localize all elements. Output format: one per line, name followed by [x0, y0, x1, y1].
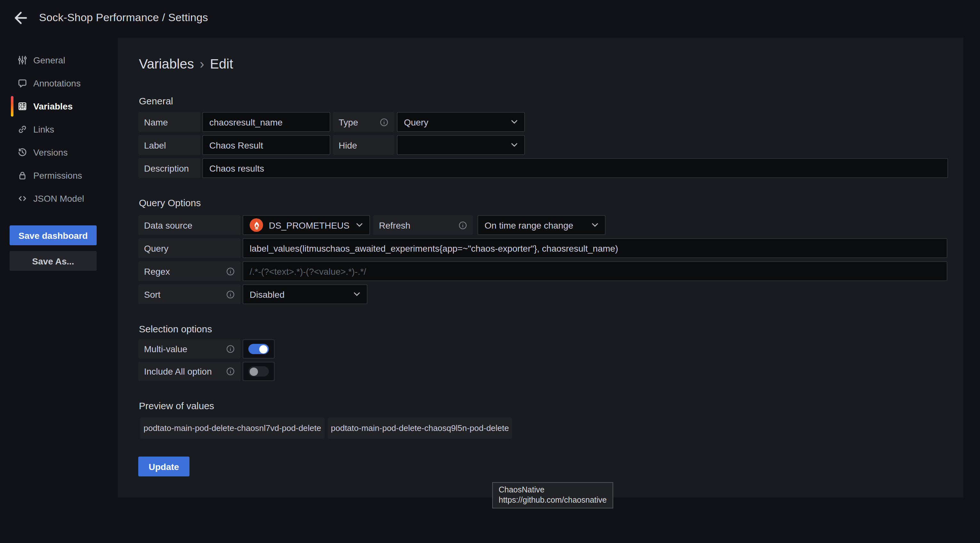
- regex-row: Regex: [138, 261, 947, 281]
- save-as-button[interactable]: Save As...: [10, 251, 97, 271]
- update-button[interactable]: Update: [138, 457, 189, 476]
- query-field-label: Query: [138, 238, 241, 258]
- include-all-row: Include All option: [138, 362, 275, 381]
- name-field-label: Name: [138, 112, 200, 132]
- multi-value-toggle[interactable]: [243, 339, 275, 358]
- link-icon: [17, 124, 27, 134]
- description-input[interactable]: [202, 158, 948, 178]
- sidebar-item-versions[interactable]: Versions: [0, 141, 118, 164]
- sidebar-item-label: General: [33, 55, 65, 65]
- toggle-pill: [248, 344, 269, 354]
- breadcrumb-separator: ›: [200, 56, 204, 71]
- toggle-knob: [259, 345, 267, 353]
- type-select[interactable]: Query: [397, 112, 525, 132]
- sidebar-item-json-model[interactable]: JSON Model: [0, 187, 118, 210]
- preview-value-chip: podtato-main-pod-delete-chaosq9l5n-pod-d…: [328, 417, 512, 439]
- label-input[interactable]: [202, 135, 330, 155]
- sidebar-item-label: JSON Model: [33, 193, 84, 204]
- top-navbar: Sock-Shop Performance / Settings: [0, 0, 980, 36]
- chevron-down-icon: [511, 143, 518, 147]
- regex-field-label: Regex: [138, 261, 241, 281]
- hide-field-label: Hide: [333, 135, 394, 155]
- sliders-icon: [17, 55, 27, 65]
- multi-value-label: Multi-value: [138, 339, 241, 358]
- name-type-row: Name Type Query: [138, 112, 525, 132]
- grafana-app: Sock-Shop Performance / Settings General…: [0, 0, 980, 543]
- sidebar-item-label: Links: [33, 124, 54, 134]
- preview-heading: Preview of values: [139, 400, 214, 411]
- arrow-left-icon: [12, 10, 29, 26]
- breadcrumb: Variables›Edit: [139, 56, 233, 72]
- info-icon: [458, 221, 467, 229]
- description-field-label: Description: [138, 158, 200, 178]
- query-input[interactable]: [243, 238, 947, 258]
- label-hide-row: Label Hide: [138, 135, 525, 155]
- history-icon: [17, 147, 27, 158]
- prometheus-icon: [250, 218, 263, 232]
- sidebar-item-label: Variables: [33, 101, 73, 111]
- info-icon: [226, 344, 235, 354]
- label-field-label: Label: [138, 135, 200, 155]
- page-title: Sock-Shop Performance / Settings: [39, 11, 208, 24]
- query-row: Query: [138, 238, 947, 258]
- variables-edit-panel: Variables›Edit General Name Type Query L…: [118, 38, 963, 498]
- info-icon: [226, 267, 235, 275]
- code-icon: [17, 193, 27, 204]
- chevron-down-icon: [353, 292, 360, 296]
- regex-input[interactable]: [243, 261, 947, 281]
- breadcrumb-section[interactable]: Variables: [139, 56, 194, 71]
- info-icon: [380, 118, 388, 126]
- lock-icon: [17, 170, 27, 181]
- multi-value-row: Multi-value: [138, 339, 275, 358]
- sidebar-item-label: Versions: [33, 147, 68, 158]
- selection-options-heading: Selection options: [139, 323, 212, 334]
- description-row: Description: [138, 158, 948, 178]
- sort-row: Sort Disabled: [138, 284, 368, 304]
- query-options-heading: Query Options: [139, 197, 200, 208]
- sidebar-actions: Save dashboard Save As...: [0, 225, 118, 271]
- sidebar-item-label: Permissions: [33, 170, 82, 181]
- tooltip-title: ChaosNative: [499, 485, 607, 495]
- back-button[interactable]: [9, 6, 32, 29]
- name-input[interactable]: [202, 112, 330, 132]
- sidebar-item-links[interactable]: Links: [0, 118, 118, 141]
- include-all-label: Include All option: [138, 362, 241, 381]
- data-source-select[interactable]: DS_PROMETHEUS: [243, 215, 370, 235]
- sidebar-item-annotations[interactable]: Annotations: [0, 72, 118, 95]
- include-all-toggle[interactable]: [243, 362, 275, 381]
- sort-select[interactable]: Disabled: [243, 284, 368, 304]
- data-source-field-label: Data source: [138, 215, 241, 235]
- save-dashboard-button[interactable]: Save dashboard: [10, 225, 97, 245]
- general-heading: General: [139, 96, 173, 106]
- tooltip-url: https://github.com/chaosnative: [499, 495, 607, 505]
- chevron-down-icon: [592, 223, 598, 227]
- type-field-label: Type: [333, 112, 394, 132]
- calculator-icon: [17, 101, 27, 111]
- info-icon: [226, 290, 235, 299]
- toggle-pill: [248, 366, 269, 376]
- sidebar-item-variables[interactable]: Variables: [0, 95, 118, 118]
- datasource-tooltip: ChaosNative https://github.com/chaosnati…: [492, 482, 613, 508]
- sort-field-label: Sort: [138, 284, 241, 304]
- sidebar-item-general[interactable]: General: [0, 49, 118, 72]
- settings-sidebar: General Annotations Variables Links Vers…: [0, 36, 118, 271]
- chevron-down-icon: [356, 223, 363, 227]
- chevron-down-icon: [511, 120, 518, 124]
- refresh-field-label: Refresh: [373, 215, 473, 235]
- hide-select[interactable]: [397, 135, 525, 155]
- data-source-row: Data source DS_PROMETHEUS Refresh On tim…: [138, 215, 606, 235]
- refresh-select[interactable]: On time range change: [477, 215, 606, 235]
- active-indicator: [11, 96, 13, 116]
- settings-nav: General Annotations Variables Links Vers…: [0, 36, 118, 210]
- sidebar-item-permissions[interactable]: Permissions: [0, 164, 118, 187]
- preview-value-chip: podtato-main-pod-delete-chaosnl7vd-pod-d…: [140, 417, 325, 439]
- breadcrumb-page: Edit: [210, 56, 233, 71]
- toggle-knob: [250, 367, 258, 376]
- comment-icon: [17, 78, 27, 88]
- sidebar-item-label: Annotations: [33, 78, 81, 88]
- info-icon: [226, 367, 235, 376]
